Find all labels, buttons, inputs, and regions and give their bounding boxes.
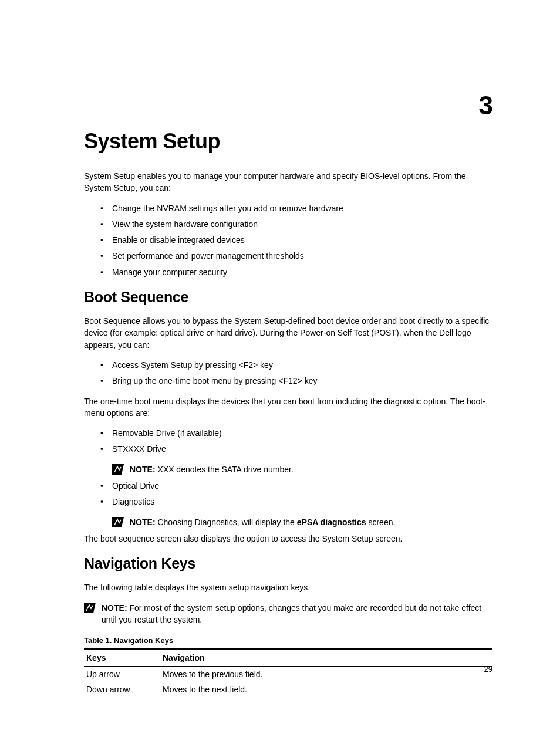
table-row: Down arrow Moves to the next field. <box>84 682 492 697</box>
svg-marker-2 <box>84 603 96 613</box>
body-paragraph: The following table displays the system … <box>84 581 492 593</box>
list-item: View the system hardware configuration <box>84 218 492 230</box>
list-item: Change the NVRAM settings after you add … <box>84 202 492 214</box>
note-body-pre: Choosing Diagnostics, will display the <box>157 518 296 527</box>
body-paragraph: The one-time boot menu displays the devi… <box>84 395 492 420</box>
intro-bullet-list: Change the NVRAM settings after you add … <box>84 202 492 278</box>
body-paragraph: Boot Sequence allows you to bypass the S… <box>84 315 492 351</box>
note-icon <box>84 603 96 613</box>
note-callout: NOTE: Choosing Diagnostics, will display… <box>112 516 492 528</box>
page-title: System Setup <box>84 129 492 154</box>
note-callout: NOTE: For most of the system setup optio… <box>84 602 492 626</box>
cell-key: Up arrow <box>84 667 160 682</box>
table-header-navigation: Navigation <box>160 649 492 667</box>
note-text: NOTE: Choosing Diagnostics, will display… <box>130 516 492 528</box>
cell-nav: Moves to the next field. <box>160 682 492 697</box>
note-icon <box>112 517 124 527</box>
list-item: Set performance and power management thr… <box>84 250 492 262</box>
table-header-keys: Keys <box>84 649 160 667</box>
note-body-post: screen. <box>366 518 396 527</box>
list-item: Removable Drive (if available) <box>84 427 492 439</box>
note-text: NOTE: XXX denotes the SATA drive number. <box>130 464 492 475</box>
note-text: NOTE: For most of the system setup optio… <box>102 602 492 626</box>
table-caption: Table 1. Navigation Keys <box>84 636 492 645</box>
list-item: Optical Drive <box>84 480 492 492</box>
section-heading-boot-sequence: Boot Sequence <box>84 289 492 306</box>
section-heading-navigation-keys: Navigation Keys <box>84 555 492 572</box>
note-icon <box>112 464 124 475</box>
list-item: Manage your computer security <box>84 266 492 278</box>
chapter-number: 3 <box>479 91 492 120</box>
svg-marker-0 <box>112 464 124 475</box>
list-item: Access System Setup by pressing <F2> key <box>84 359 492 371</box>
bullet-list: Access System Setup by pressing <F2> key… <box>84 359 492 387</box>
navigation-keys-table: Keys Navigation Up arrow Moves to the pr… <box>84 648 492 697</box>
note-label: NOTE: <box>102 603 129 613</box>
note-body: XXX denotes the SATA drive number. <box>157 465 293 474</box>
bullet-list: Removable Drive (if available) STXXXX Dr… <box>84 427 492 455</box>
list-item: Diagnostics <box>84 496 492 508</box>
svg-marker-1 <box>112 517 124 527</box>
cell-nav: Moves to the previous field. <box>160 667 492 682</box>
note-callout: NOTE: XXX denotes the SATA drive number. <box>112 464 492 475</box>
bullet-list: Optical Drive Diagnostics <box>84 480 492 508</box>
note-label: NOTE: <box>130 465 157 474</box>
list-item: Bring up the one-time boot menu by press… <box>84 375 492 387</box>
cell-key: Down arrow <box>84 682 160 697</box>
body-paragraph: The boot sequence screen also displays t… <box>84 533 492 545</box>
table-row: Up arrow Moves to the previous field. <box>84 667 492 682</box>
intro-paragraph: System Setup enables you to manage your … <box>84 170 492 194</box>
note-label: NOTE: <box>130 518 157 527</box>
note-body: For most of the system setup options, ch… <box>102 603 481 624</box>
page-number: 29 <box>484 665 492 674</box>
list-item: STXXXX Drive <box>84 443 492 455</box>
note-body-bold: ePSA diagnostics <box>297 518 366 527</box>
list-item: Enable or disable integrated devices <box>84 234 492 246</box>
